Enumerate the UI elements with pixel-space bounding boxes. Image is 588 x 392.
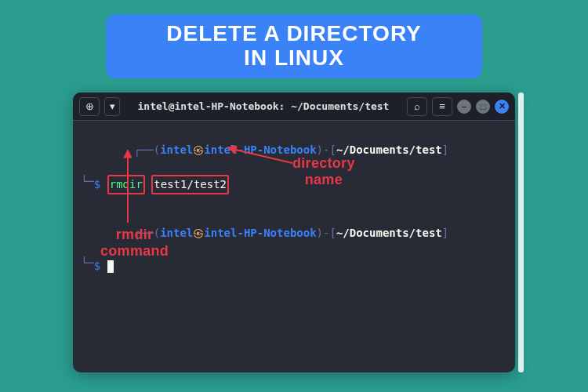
minimize-button[interactable]: –	[457, 100, 471, 114]
prompt-path: ~/Documents/test	[336, 143, 442, 156]
prompt-sigil: $	[94, 176, 100, 193]
titlebar-left-controls: ⊕ ▾	[79, 97, 120, 116]
terminal-container: ⊕ ▾ intel@intel-HP-Notebook: ~/Documents…	[73, 93, 515, 372]
page-title-line1: DELETE A DIRECTORY	[122, 22, 466, 46]
cursor	[107, 260, 114, 273]
close-button[interactable]: ✕	[495, 100, 509, 114]
scrollbar[interactable]	[518, 93, 524, 372]
svg-marker-1	[124, 150, 132, 158]
page-title-line2: IN LINUX	[122, 46, 466, 71]
dirname-arrow	[226, 144, 296, 168]
command-arg: test1/test2	[154, 178, 227, 191]
search-button[interactable]: ⌕	[407, 97, 427, 116]
annotation-dirname: directory name	[292, 155, 355, 187]
new-tab-button[interactable]: ⊕	[79, 97, 100, 116]
svg-line-2	[232, 149, 292, 163]
chevron-down-icon: ▾	[110, 100, 115, 112]
menu-icon: ≡	[439, 100, 445, 112]
window-title: intel@intel-HP-Notebook: ~/Documents/tes…	[120, 100, 407, 112]
prompt-user: intel	[160, 143, 193, 156]
prompt-tree-art: └─	[81, 173, 94, 190]
maximize-button[interactable]: □	[476, 100, 490, 114]
prompt-open-art: ┌──(	[133, 143, 160, 156]
minimize-icon: –	[462, 102, 466, 111]
prompt-at: ㉿	[193, 143, 204, 156]
rmdir-arrow	[120, 148, 136, 227]
prompt-close-paren: )-[	[317, 143, 336, 156]
dirname-highlight-box: test1/test2	[151, 175, 229, 194]
titlebar: ⊕ ▾ intel@intel-HP-Notebook: ~/Documents…	[73, 93, 515, 121]
prompt-close-brack: ]	[442, 143, 448, 156]
tab-dropdown-button[interactable]: ▾	[104, 97, 120, 116]
terminal-body[interactable]: ┌──(intel㉿intel-HP-Notebook)-[~/Document…	[73, 121, 515, 372]
page-title-banner: DELETE A DIRECTORY IN LINUX	[106, 14, 482, 78]
search-icon: ⌕	[414, 100, 420, 112]
prompt-line-2b: └─$	[81, 258, 507, 274]
new-tab-icon: ⊕	[85, 100, 94, 112]
annotation-rmdir: rmdir command	[100, 227, 169, 259]
svg-marker-3	[227, 146, 237, 154]
titlebar-right-controls: ⌕ ≡ – □ ✕	[407, 97, 509, 116]
close-icon: ✕	[499, 101, 506, 111]
terminal-window: ⊕ ▾ intel@intel-HP-Notebook: ~/Documents…	[73, 93, 515, 372]
maximize-icon: □	[481, 102, 486, 111]
hamburger-menu-button[interactable]: ≡	[432, 97, 452, 116]
